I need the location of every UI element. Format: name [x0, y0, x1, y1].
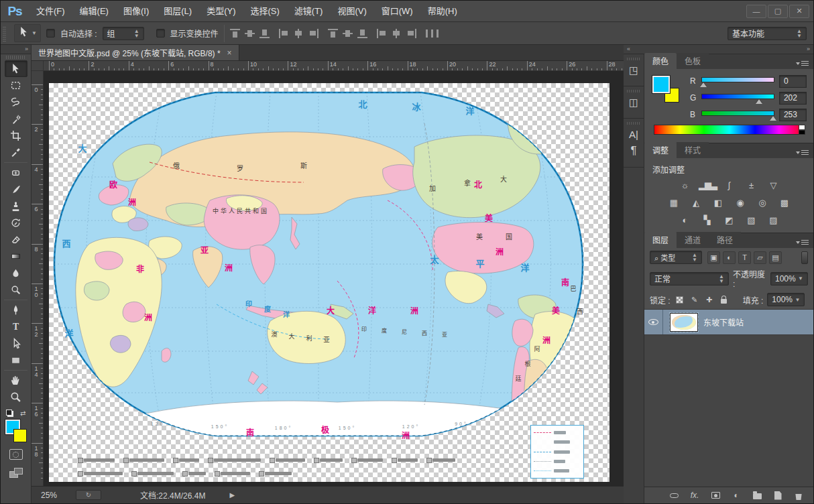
tools-collapse-button[interactable]: » — [1, 45, 31, 54]
minimize-button[interactable]: — — [746, 5, 766, 18]
gradient-tool[interactable] — [5, 248, 27, 265]
smart-object-filter-icon[interactable]: ▤ — [769, 251, 782, 264]
levels-icon[interactable]: ▂▆▃ — [699, 180, 715, 192]
crop-tool[interactable] — [5, 127, 27, 144]
align-bottom-icon[interactable] — [259, 29, 270, 38]
status-scrubber-icon[interactable]: ↻ — [76, 490, 101, 500]
swap-colors-icon[interactable]: ⇄ — [20, 410, 25, 417]
blur-tool[interactable] — [5, 265, 27, 281]
dodge-tool[interactable] — [5, 281, 27, 298]
vibrance-icon[interactable]: ▽ — [765, 180, 781, 192]
curves-icon[interactable]: ∫ — [721, 180, 737, 192]
rectangle-shape-tool[interactable] — [5, 352, 27, 369]
tab-通道[interactable]: 通道 — [677, 232, 709, 248]
exposure-icon[interactable]: ± — [743, 180, 759, 192]
distribute-top-icon[interactable] — [328, 29, 338, 38]
character-panel-icon[interactable]: A| — [626, 129, 641, 140]
layer-thumbnail[interactable] — [670, 313, 698, 332]
layer-name[interactable]: 东坡下载站 — [703, 316, 744, 328]
white-chip[interactable] — [799, 125, 805, 130]
menu-文件[interactable]: 文件(F) — [29, 1, 72, 22]
properties-panel-icon[interactable]: ◫ — [626, 97, 641, 109]
align-left-icon[interactable] — [279, 29, 289, 38]
distribute-bottom-icon[interactable] — [357, 29, 367, 38]
new-layer-icon[interactable] — [772, 490, 783, 501]
workspace-switcher[interactable]: 基本功能▲▼ — [728, 27, 807, 40]
lasso-tool[interactable] — [5, 94, 27, 111]
auto-select-checkbox[interactable] — [46, 29, 55, 38]
tab-调整[interactable]: 调整 — [644, 142, 677, 158]
align-right-icon[interactable] — [308, 29, 318, 38]
menu-滤镜[interactable]: 滤镜(T) — [287, 1, 331, 22]
hue-saturation-icon[interactable]: ▦ — [666, 197, 682, 209]
new-adjustment-layer-icon[interactable]: ◐ — [731, 490, 742, 501]
eraser-tool[interactable] — [5, 231, 27, 248]
gradient-map-icon[interactable]: ▧ — [743, 214, 759, 227]
shape-layer-filter-icon[interactable]: ▱ — [754, 251, 766, 264]
type-layer-filter-icon[interactable]: T — [738, 251, 751, 264]
B-value-field[interactable]: 253 — [779, 109, 807, 121]
posterize-icon[interactable]: ▚ — [699, 214, 715, 227]
black-white-icon[interactable]: ◧ — [710, 197, 726, 209]
close-button[interactable]: ✕ — [789, 5, 809, 18]
panels-collapse-icon[interactable]: » — [807, 45, 810, 54]
menu-选择[interactable]: 选择(S) — [243, 1, 286, 22]
tab-图层[interactable]: 图层 — [644, 232, 677, 248]
new-group-icon[interactable] — [752, 490, 762, 501]
tab-样式[interactable]: 样式 — [677, 142, 709, 158]
zoom-tool[interactable] — [5, 389, 27, 405]
type-tool[interactable]: T — [5, 318, 27, 335]
tab-颜色[interactable]: 颜色 — [644, 53, 677, 69]
menu-图像[interactable]: 图像(I) — [116, 1, 156, 22]
vertical-ruler[interactable]: 024681012141618 — [32, 71, 44, 486]
magic-wand-tool[interactable] — [5, 111, 27, 127]
channel-mixer-icon[interactable]: ◎ — [754, 197, 770, 209]
status-menu-arrow[interactable]: ▶ — [229, 491, 235, 499]
lock-image-pixels-icon[interactable]: ✎ — [689, 294, 700, 305]
adjustment-layer-filter-icon[interactable]: ◐ — [723, 251, 736, 264]
show-transform-checkbox[interactable] — [156, 29, 165, 38]
menu-编辑[interactable]: 编辑(E) — [72, 1, 116, 22]
black-chip[interactable] — [799, 130, 805, 135]
selective-color-icon[interactable]: ▨ — [765, 214, 781, 227]
hand-tool[interactable] — [5, 372, 27, 389]
add-layer-mask-icon[interactable] — [710, 490, 721, 501]
color-balance-icon[interactable]: ◭ — [688, 197, 704, 209]
auto-select-dropdown[interactable]: 组▲▼ — [103, 27, 144, 40]
paragraph-panel-icon[interactable]: ¶ — [626, 144, 641, 158]
clone-stamp-tool[interactable] — [5, 198, 27, 214]
brush-tool[interactable] — [5, 181, 27, 198]
align-vcenter-icon[interactable] — [245, 29, 255, 38]
color-spectrum-ramp[interactable] — [654, 125, 805, 135]
dock-collapse-icon[interactable]: « — [627, 45, 630, 54]
menu-视图[interactable]: 视图(V) — [330, 1, 373, 22]
distribute-spacing-icon[interactable] — [426, 29, 439, 38]
horizontal-ruler[interactable]: 0246810121416182022242628 — [44, 61, 624, 71]
distribute-vcenter-icon[interactable] — [343, 29, 353, 38]
pen-tool[interactable] — [5, 302, 27, 318]
document-tab[interactable]: 世界地图中文版.psd @ 25% (东坡下载站, RGB/8) * × — [32, 45, 239, 60]
foreground-color-swatch[interactable] — [652, 76, 670, 93]
brightness-contrast-icon[interactable]: ☼ — [677, 180, 693, 192]
path-selection-tool[interactable] — [5, 335, 27, 352]
tab-close-icon[interactable]: × — [227, 48, 232, 58]
tab-色板[interactable]: 色板 — [677, 53, 709, 69]
adjustments-panel-menu-icon[interactable] — [796, 150, 813, 158]
link-layers-icon[interactable] — [668, 490, 679, 501]
threshold-icon[interactable]: ◩ — [721, 214, 737, 227]
R-value-field[interactable]: 0 — [779, 75, 807, 88]
spot-healing-brush-tool[interactable] — [5, 164, 27, 181]
quick-mask-button[interactable] — [9, 449, 23, 460]
delete-layer-icon[interactable] — [793, 490, 804, 501]
menu-类型[interactable]: 类型(Y) — [199, 1, 243, 22]
move-tool[interactable] — [5, 60, 27, 77]
layer-filter-type-dropdown[interactable]: ⌕ 类型▲▼ — [650, 251, 702, 264]
document-image[interactable]: 北冰洋大西洋太平洋印度洋欧洲亚洲非洲北美洲南美洲大洋洲南极洲俄罗斯中华人民共和国… — [49, 83, 609, 482]
zoom-level[interactable]: 25% — [32, 491, 69, 500]
layer-filter-toggle[interactable] — [801, 251, 808, 264]
R-slider[interactable] — [701, 76, 774, 86]
menu-帮助[interactable]: 帮助(H) — [420, 1, 465, 22]
default-colors-icon[interactable] — [6, 410, 12, 416]
color-lookup-icon[interactable]: ▩ — [776, 197, 793, 209]
G-value-field[interactable]: 202 — [779, 92, 807, 105]
